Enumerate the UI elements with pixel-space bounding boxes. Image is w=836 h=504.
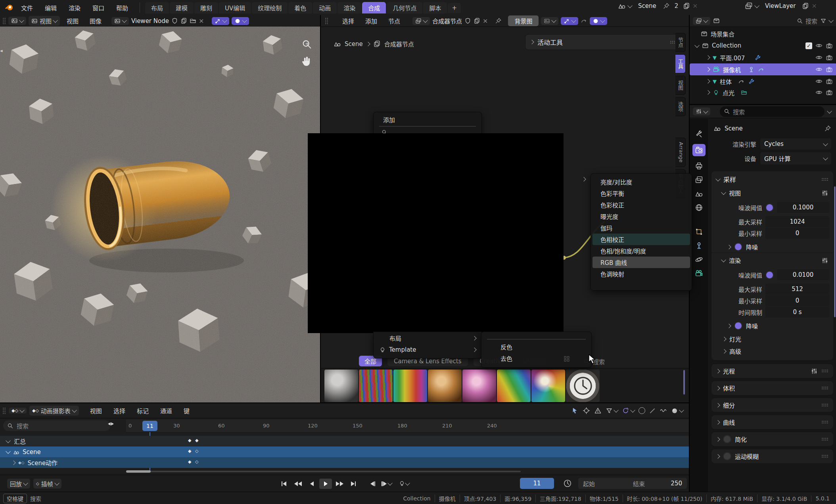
light-paths-panel[interactable]: 光程: [711, 364, 834, 378]
hide-eye-icon[interactable]: [815, 42, 823, 49]
expand-chevron-icon[interactable]: [6, 438, 11, 443]
menu-window[interactable]: 窗口: [88, 2, 109, 13]
render-visibility-icon[interactable]: [826, 54, 833, 61]
channel-scene[interactable]: Scene ◆ ◇: [0, 447, 689, 457]
expand-chevron-icon[interactable]: [706, 79, 710, 83]
display-mode-icon[interactable]: [713, 17, 720, 24]
panel-grip[interactable]: [821, 454, 828, 458]
render-visibility-icon[interactable]: [826, 78, 833, 85]
panel-expand-icon[interactable]: [529, 40, 534, 44]
editor-type-button[interactable]: [8, 17, 26, 25]
asset-thumbnail[interactable]: [497, 370, 531, 402]
menu-item-color-correction[interactable]: 色彩校正: [592, 199, 690, 211]
menu-item-color-balance[interactable]: 色彩平衡: [592, 188, 690, 199]
preset-sliders-icon[interactable]: [821, 257, 828, 264]
noise-threshold-field[interactable]: 0.1000: [777, 202, 829, 213]
dope-h-scrollbar-track[interactable]: [126, 471, 521, 472]
asset-thumbnail-clock[interactable]: [566, 370, 600, 402]
panel-grip[interactable]: [821, 178, 828, 181]
render-engine-dropdown[interactable]: Cycles: [760, 138, 831, 149]
frame-end-field[interactable]: 结束 250: [628, 478, 687, 489]
tab-physics[interactable]: [695, 255, 703, 264]
backdrop-toggle-button[interactable]: 背景图: [508, 15, 539, 26]
keying-menu[interactable]: ◇插帧: [33, 479, 61, 489]
menu-item-tonemap[interactable]: 色调映射: [592, 268, 690, 280]
overlay-dropdown[interactable]: [671, 407, 683, 414]
filter-funnel-icon[interactable]: [820, 18, 826, 24]
next-keyframe-button[interactable]: [333, 479, 346, 489]
denoise-checkbox[interactable]: [734, 322, 742, 330]
image-datablock-name[interactable]: Viewer Node: [131, 17, 169, 25]
overlays-toggle[interactable]: [232, 17, 249, 25]
play-reverse-button[interactable]: [305, 479, 318, 489]
pin-icon[interactable]: [663, 2, 670, 10]
hide-eye-icon[interactable]: [815, 78, 823, 85]
expand-chevron-icon[interactable]: [706, 90, 710, 94]
region-grip[interactable]: [2, 17, 6, 25]
tab-scene[interactable]: [695, 190, 703, 198]
outliner-row-point-light[interactable]: 点光: [690, 87, 836, 98]
menu-item-hue-correct[interactable]: 色相校正: [592, 234, 690, 245]
region-grip[interactable]: [325, 17, 328, 25]
jump-to-end-button[interactable]: [347, 479, 360, 489]
jump-to-start-button[interactable]: [278, 479, 290, 489]
lights-subpanel[interactable]: 灯光: [711, 332, 833, 344]
keyframe-icon[interactable]: ◆: [188, 438, 191, 443]
menu-item-exposure[interactable]: 曝光度: [592, 211, 690, 222]
pan-hand-icon[interactable]: [301, 56, 313, 69]
add-workspace-button[interactable]: +: [448, 3, 461, 13]
sidebar-tab-tool[interactable]: 工具: [675, 54, 686, 73]
blender-logo-icon[interactable]: [5, 3, 14, 14]
menu-edit[interactable]: 编辑: [40, 2, 61, 13]
menu-marker[interactable]: 标记: [132, 405, 153, 416]
time-ruler[interactable]: 0 30 60 90 120 150 180 210 240: [126, 420, 689, 433]
outliner-row-plane[interactable]: ▼ 平面.007: [690, 52, 836, 63]
asset-thumbnail[interactable]: [428, 370, 462, 402]
max-samples-field[interactable]: 1024: [765, 216, 829, 227]
asset-view-grid-icon[interactable]: [563, 355, 570, 364]
menu-node[interactable]: 节点: [384, 15, 405, 26]
device-dropdown[interactable]: GPU 计算: [760, 152, 831, 165]
render-visibility-icon[interactable]: [826, 42, 833, 49]
hide-eye-icon[interactable]: [815, 54, 823, 61]
outliner-row-cylinder[interactable]: ▼ 柱体: [690, 75, 836, 87]
advanced-subpanel[interactable]: 高级: [711, 344, 833, 357]
tab-geometry-nodes[interactable]: 几何节点: [387, 2, 422, 13]
menu-key[interactable]: 键: [179, 405, 194, 416]
menu-render[interactable]: 渲染: [64, 2, 85, 13]
tab-output[interactable]: [695, 162, 703, 170]
tab-world[interactable]: [695, 203, 703, 212]
dope-h-scrollbar-thumb[interactable]: [126, 470, 151, 473]
menu-item-bright-contrast[interactable]: 亮度/对比度: [592, 176, 690, 188]
simplify-checkbox[interactable]: [723, 435, 731, 443]
new-viewlayer-icon[interactable]: [802, 2, 809, 10]
next-frame-button[interactable]: [380, 479, 393, 489]
tab-compositing[interactable]: 合成: [362, 2, 386, 13]
keyframe-icon[interactable]: ◇: [195, 460, 198, 464]
warning-icon[interactable]: [594, 407, 602, 414]
sampling-panel-header[interactable]: 采样: [711, 171, 833, 187]
outliner-row-scene-collection[interactable]: 场景集合: [690, 28, 836, 40]
audio-sync-dropdown[interactable]: [394, 479, 413, 489]
panel-grip[interactable]: [821, 420, 828, 424]
open-image-folder-icon[interactable]: [190, 17, 196, 24]
sidebar-tab-options[interactable]: 选项: [675, 97, 686, 116]
tab-uv-editing[interactable]: UV编辑: [219, 2, 251, 13]
asset-thumbnail[interactable]: [462, 370, 496, 402]
tab-object[interactable]: [695, 228, 703, 236]
add-menu-item-template[interactable]: Template: [374, 344, 481, 355]
tab-animation[interactable]: 动画: [313, 2, 337, 13]
filter-dropdown[interactable]: [606, 407, 618, 414]
keyframe-icon[interactable]: ◆: [195, 438, 198, 443]
motion-blur-checkbox[interactable]: [723, 452, 731, 460]
tab-scripting[interactable]: 脚本: [423, 2, 447, 13]
asset-thumbnail[interactable]: [324, 370, 358, 402]
fake-user-shield-icon[interactable]: [464, 17, 471, 24]
viewlayer-name[interactable]: ViewLayer: [761, 2, 800, 10]
tab-shading[interactable]: 着色: [288, 2, 312, 13]
asset-shelf-scrollbar[interactable]: [683, 370, 685, 395]
tab-layout[interactable]: 布局: [145, 2, 169, 13]
link-drag-icon[interactable]: [581, 17, 587, 24]
swap-arrows-icon[interactable]: [108, 422, 114, 425]
noise-threshold-checkbox[interactable]: [765, 203, 774, 212]
